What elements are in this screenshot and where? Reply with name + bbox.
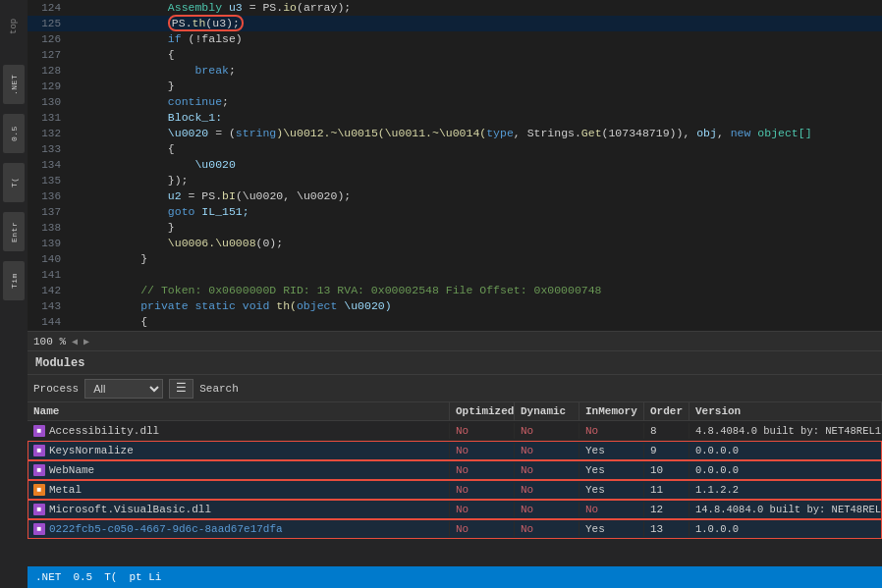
line-number: 131 (28, 110, 69, 126)
table-cell-order: 12 (644, 502, 689, 517)
module-name: Accessibility.dll (49, 425, 159, 437)
table-cell-version: 1.0.0.0 (689, 521, 882, 537)
table-cell-name: ■KeysNormalize (28, 443, 450, 458)
table-cell-order: 8 (644, 423, 689, 439)
code-line: 141 (28, 267, 882, 283)
module-name: WebName (49, 464, 94, 476)
table-cell-name: ■WebName (28, 462, 450, 478)
line-content: // Token: 0x0600000D RID: 13 RVA: 0x0000… (83, 283, 882, 298)
module-name: KeysNormalize (49, 445, 134, 456)
code-line: 133 { (28, 141, 882, 157)
table-cell-order: 13 (644, 521, 689, 537)
table-cell-inmemory: Yes (579, 443, 644, 458)
status-bottom: pt Li (129, 571, 161, 583)
line-content: break; (83, 63, 882, 79)
modules-header: Modules (28, 351, 882, 375)
filter-icon: ☰ (176, 381, 187, 396)
line-number: 137 (28, 204, 69, 220)
left-sidebar: top .NET 0.5 T( Entr Tim (0, 0, 28, 588)
code-line: 132 \u0020 = (string)\u0012.~\u0015(\u00… (28, 126, 882, 141)
line-number: 133 (28, 141, 69, 157)
zoom-level: 100 % (33, 336, 66, 347)
sidebar-btn-version[interactable]: 0.5 (3, 114, 25, 153)
table-row[interactable]: ■MetalNoNoYes111.1.2.2 (28, 480, 882, 500)
line-content: { (83, 47, 882, 63)
line-number: 136 (28, 188, 69, 204)
status-entry: T( (104, 571, 117, 583)
purple-module-icon: ■ (33, 464, 45, 476)
zoom-left-arrow[interactable]: ◀ (70, 336, 80, 347)
line-number: 140 (28, 251, 69, 267)
code-line: 134 \u0020 (28, 157, 882, 173)
process-select[interactable]: All (84, 379, 163, 399)
line-content: \u0020 = (string)\u0012.~\u0015(\u0011.~… (83, 126, 882, 141)
table-cell-inmemory: Yes (579, 482, 644, 498)
table-cell-inmemory: Yes (579, 462, 644, 478)
table-cell-optimized: No (450, 462, 515, 478)
line-content: if (!false) (83, 31, 882, 47)
table-cell-optimized: No (450, 482, 515, 498)
line-content: Assembly u3 = PS.io(array); (83, 0, 882, 16)
table-cell-order: 10 (644, 462, 689, 478)
col-header-optimized: Optimized (450, 402, 515, 420)
table-cell-version: 4.8.4084.0 built by: NET48REL1 (689, 423, 882, 439)
table-row[interactable]: ■KeysNormalizeNoNoYes90.0.0.0 (28, 441, 882, 460)
status-version: 0.5 (73, 571, 92, 583)
table-row[interactable]: ■Accessibility.dllNoNoNo84.8.4084.0 buil… (28, 421, 882, 441)
table-cell-optimized: No (450, 521, 515, 537)
table-row[interactable]: ■WebNameNoNoYes100.0.0.0 (28, 460, 882, 480)
col-header-name: Name (28, 402, 450, 420)
table-header: Name Optimized Dynamic InMemory Order Ve… (28, 402, 882, 421)
code-line: 130 continue; (28, 94, 882, 110)
modules-table: Name Optimized Dynamic InMemory Order Ve… (28, 402, 882, 566)
code-line: 131 Block_1: (28, 110, 882, 126)
filter-button[interactable]: ☰ (169, 379, 193, 399)
line-number: 144 (28, 314, 69, 330)
table-cell-optimized: No (450, 502, 515, 517)
orange-module-icon: ■ (33, 484, 45, 496)
code-line: 127 { (28, 47, 882, 63)
table-body: ■Accessibility.dllNoNoNo84.8.4084.0 buil… (28, 421, 882, 539)
line-number: 124 (28, 0, 69, 16)
modules-panel: Modules Process All ☰ Search Name Optimi… (28, 350, 882, 566)
table-cell-inmemory: No (579, 423, 644, 439)
col-header-order: Order (644, 402, 689, 420)
zoom-right-arrow[interactable]: ▶ (82, 336, 91, 347)
process-label: Process (33, 383, 79, 395)
sidebar-icon-top[interactable]: top (3, 12, 25, 41)
main-area: 124 Assembly u3 = PS.io(array);125 PS.th… (28, 0, 882, 588)
line-number: 142 (28, 283, 69, 298)
code-line: 140 } (28, 251, 882, 267)
code-line: 137 goto IL_151; (28, 204, 882, 220)
line-content: continue; (83, 94, 882, 110)
line-number: 138 (28, 220, 69, 236)
sidebar-btn-net[interactable]: .NET (3, 65, 25, 104)
line-content: private static void th(object \u0020) (83, 298, 882, 314)
code-line: 126 if (!false) (28, 31, 882, 47)
code-line: 144 { (28, 314, 882, 330)
purple-module-icon: ■ (33, 523, 45, 535)
table-cell-order: 9 (644, 443, 689, 458)
code-lines: 124 Assembly u3 = PS.io(array);125 PS.th… (28, 0, 882, 331)
line-content: }); (83, 173, 882, 188)
code-line: 135 }); (28, 173, 882, 188)
module-name: 0222fcb5-c050-4667-9d6c-8aad67e17dfa (49, 523, 283, 535)
table-cell-name: ■Metal (28, 482, 450, 498)
table-cell-inmemory: Yes (579, 521, 644, 537)
purple-module-icon: ■ (33, 425, 45, 437)
sidebar-btn-tim[interactable]: Tim (3, 261, 25, 300)
line-number: 125 (28, 16, 69, 31)
col-header-inmemory: InMemory (579, 402, 644, 420)
line-number: 141 (28, 267, 69, 283)
code-line: 129 } (28, 79, 882, 94)
line-number: 130 (28, 94, 69, 110)
table-row[interactable]: ■0222fcb5-c050-4667-9d6c-8aad67e17dfaNoN… (28, 519, 882, 539)
status-bar: .NET 0.5 T( pt Li (28, 566, 882, 588)
code-line: 138 } (28, 220, 882, 236)
sidebar-btn-entry[interactable]: T( (3, 163, 25, 202)
line-content: goto IL_151; (83, 204, 882, 220)
table-row[interactable]: ■Microsoft.VisualBasic.dllNoNoNo1214.8.4… (28, 500, 882, 519)
sidebar-btn-entr[interactable]: Entr (3, 212, 25, 251)
line-number: 143 (28, 298, 69, 314)
search-label: Search (199, 383, 239, 395)
